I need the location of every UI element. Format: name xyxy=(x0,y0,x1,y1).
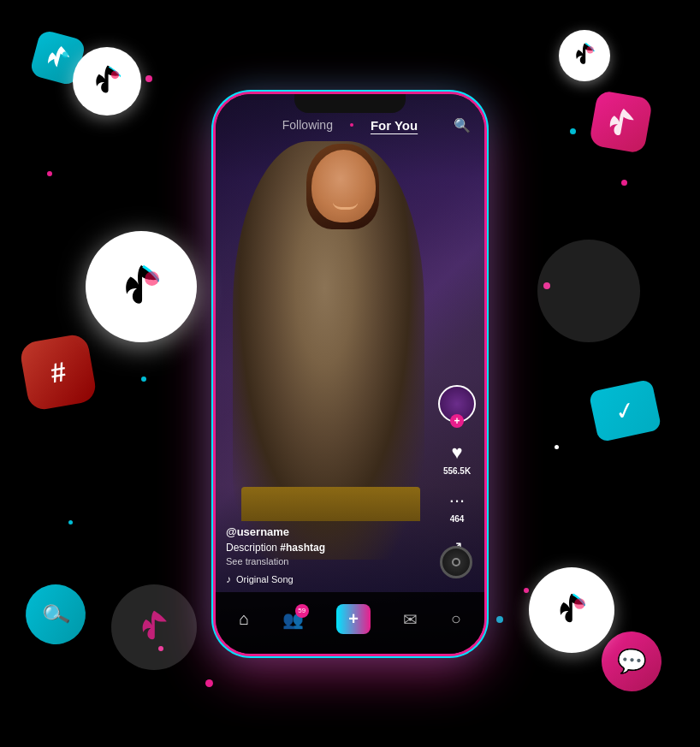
phone-top-nav: Following For You 🔍 xyxy=(216,118,484,133)
svg-point-4 xyxy=(574,598,585,609)
deco-circle-top-left xyxy=(73,47,141,116)
deco-circle-bottom-left xyxy=(111,584,197,670)
deco-circle-top-right xyxy=(559,30,610,81)
phone-bottom-nav: ⌂ 👥 59 + ✉ ○ xyxy=(216,592,484,654)
desk-book xyxy=(241,487,420,521)
music-note-icon: ♪ xyxy=(226,573,231,585)
comment-count: 464 xyxy=(450,514,465,524)
tiktok-logo-small-icon xyxy=(574,42,595,69)
tiktok-logo-icon xyxy=(93,64,121,98)
video-info-panel: @username Description #hashtag See trans… xyxy=(226,525,424,585)
creator-avatar[interactable]: + xyxy=(438,385,476,423)
add-button[interactable]: + xyxy=(336,604,371,634)
deco-circle-right xyxy=(537,240,640,342)
deco-pink-bubble: 💬 xyxy=(599,629,664,694)
nav-for-you[interactable]: For You xyxy=(371,118,418,133)
inbox-icon: ✉ xyxy=(403,609,418,630)
phone-device: Following For You 🔍 + ♥ 556.5K xyxy=(213,92,487,656)
profile-icon: ○ xyxy=(451,609,461,629)
add-icon: + xyxy=(348,609,359,629)
nav-profile[interactable]: ○ xyxy=(451,609,461,629)
disc-inner-circle xyxy=(452,558,460,566)
tiktok-logo-br-icon xyxy=(558,593,585,627)
tiktok-logo-large-icon xyxy=(123,264,159,309)
svg-point-1 xyxy=(111,71,119,79)
music-disc xyxy=(440,546,472,578)
nav-friends[interactable]: 👥 59 xyxy=(282,609,304,630)
deco-cyan-check: ✓ xyxy=(589,379,662,442)
deco-hashtag-shape: # xyxy=(19,333,98,412)
svg-point-2 xyxy=(586,46,593,53)
nav-add[interactable]: + xyxy=(336,604,371,634)
deco-cyan-search: 🔍 xyxy=(19,578,92,651)
deco-pink-square xyxy=(589,90,653,154)
phone-screen: Following For You 🔍 + ♥ 556.5K xyxy=(216,94,484,654)
right-action-panel: + ♥ 556.5K ··· 464 ↗ Share xyxy=(438,385,476,568)
comment-icon: ··· xyxy=(449,489,465,512)
person-head xyxy=(311,150,376,222)
svg-point-3 xyxy=(145,271,159,286)
phone-notch xyxy=(294,94,406,113)
home-icon: ⌂ xyxy=(239,609,249,629)
deco-circle-left-big xyxy=(86,231,197,342)
friends-notification-badge: 59 xyxy=(295,604,309,618)
video-username[interactable]: @username xyxy=(226,525,424,538)
music-info: ♪ Original Song xyxy=(226,573,424,585)
nav-inbox[interactable]: ✉ xyxy=(403,609,418,630)
see-translation-button[interactable]: See translation xyxy=(226,556,424,566)
comment-button[interactable]: ··· 464 xyxy=(449,489,465,524)
deco-circle-bottom-right xyxy=(529,567,614,653)
tiktok-logo-bl-icon xyxy=(140,610,168,644)
nav-following[interactable]: Following xyxy=(282,118,333,132)
video-description: Description #hashtag xyxy=(226,542,424,554)
search-icon[interactable]: 🔍 xyxy=(454,117,471,133)
follow-plus-badge[interactable]: + xyxy=(450,414,464,428)
hashtag-text[interactable]: #hashtag xyxy=(280,542,325,554)
description-text: Description xyxy=(226,542,280,554)
nav-separator-dot xyxy=(350,123,353,127)
phone-frame: Following For You 🔍 + ♥ 556.5K xyxy=(213,92,487,656)
heart-icon: ♥ xyxy=(451,442,462,464)
like-count: 556.5K xyxy=(443,466,471,476)
song-name: Original Song xyxy=(236,574,294,584)
like-button[interactable]: ♥ 556.5K xyxy=(443,442,471,476)
nav-home[interactable]: ⌂ xyxy=(239,609,249,629)
